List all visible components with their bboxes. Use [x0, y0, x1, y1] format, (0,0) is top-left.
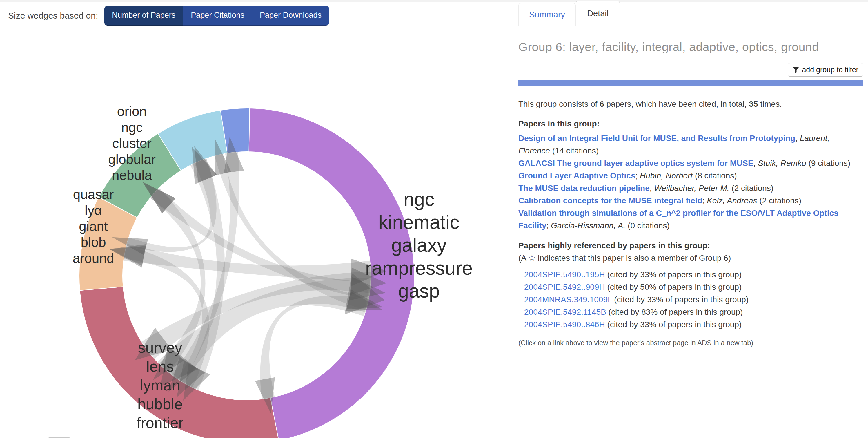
- summary-mid: papers, which have been cited, in total,: [604, 99, 749, 109]
- ads-link-hint: (Click on a link above to view the paper…: [518, 339, 863, 347]
- referenced-entry: 2004SPIE.5492.1145B (cited by 83% of pap…: [524, 306, 863, 318]
- add-group-to-filter-label: add group to filter: [802, 65, 859, 74]
- paper-link[interactable]: Ground Layer Adaptive Optics: [518, 171, 635, 180]
- wedge-label-lyman: lyman: [140, 377, 180, 393]
- paper-entry: Design of an Integral Field Unit for MUS…: [518, 132, 863, 157]
- wedge-label-hubble: hubble: [137, 396, 183, 412]
- wedge-label-orion: orion: [117, 104, 147, 119]
- bibcode-link[interactable]: 2004SPIE.5490..846H: [524, 320, 605, 329]
- highly-referenced-heading: Papers highly referenced by papers in th…: [518, 241, 863, 250]
- cited-by-note: (cited by 33% of papers in this group): [605, 320, 742, 329]
- filter-funnel-icon: [793, 67, 799, 73]
- cited-by-note: (cited by 50% of papers in this group): [605, 283, 742, 292]
- wedge-label-survey: survey: [138, 339, 182, 356]
- cited-by-note: (cited by 33% of papers in this group): [612, 295, 749, 304]
- wedge-label-blob: blob: [81, 235, 106, 250]
- referenced-papers-list: 2004SPIE.5490..195H (cited by 33% of pap…: [518, 268, 863, 331]
- wedge-label-galaxy: galaxy: [392, 234, 447, 256]
- wedge-label-globular: globular: [108, 152, 156, 167]
- wedge-label-around: around: [72, 251, 114, 266]
- filter-row: add group to filter: [518, 63, 863, 77]
- papers-in-group-heading: Papers in this group:: [518, 119, 863, 128]
- wedge-label-giant: giant: [79, 219, 108, 234]
- paper-group-chord-chart: ngckinematicgalaxyrampressuregaspsurveyl…: [0, 2, 510, 438]
- add-group-to-filter-button[interactable]: add group to filter: [788, 63, 863, 77]
- detail-tabs: Summary Detail: [518, 2, 863, 26]
- citation-total: 35: [749, 99, 758, 109]
- size-wedges-button-number-of-papers[interactable]: Number of Papers: [104, 6, 183, 26]
- referenced-entry: 2004SPIE.5490..195H (cited by 33% of pap…: [524, 268, 863, 281]
- paper-entry: The MUSE data reduction pipeline; Weilba…: [518, 182, 863, 194]
- cited-by-note: (cited by 33% of papers in this group): [605, 270, 742, 279]
- paper-link[interactable]: GALACSI The ground layer adaptive optics…: [518, 159, 753, 168]
- wedge-label-nebula: nebula: [112, 168, 152, 183]
- size-wedges-controls: Size wedges based on: Number of PapersPa…: [8, 6, 329, 26]
- paper-entry: Calibration concepts for the MUSE integr…: [518, 194, 863, 207]
- paper-entry: GALACSI The ground layer adaptive optics…: [518, 157, 863, 169]
- paper-link[interactable]: Design of an Integral Field Unit for MUS…: [518, 134, 795, 143]
- size-wedges-label: Size wedges based on:: [8, 11, 98, 21]
- tab-summary[interactable]: Summary: [518, 3, 576, 26]
- size-wedges-button-group: Number of PapersPaper CitationsPaper Dow…: [104, 6, 329, 26]
- paper-citation-count: (14 citations): [550, 146, 599, 155]
- paper-entry: Ground Layer Adaptive Optics; Hubin, Nor…: [518, 169, 863, 182]
- wedge-label-rampressure: rampressure: [365, 257, 472, 279]
- group-summary-sentence: This group consists of 6 papers, which h…: [518, 98, 863, 110]
- wedge-label-lens: lens: [146, 358, 174, 375]
- bibcode-link[interactable]: 2004SPIE.5490..195H: [524, 270, 605, 279]
- paper-count: 6: [599, 99, 604, 109]
- wedge-label-cluster: cluster: [112, 136, 151, 151]
- paper-author: Weilbacher, Peter M.: [654, 184, 729, 193]
- summary-prefix: This group consists of: [518, 99, 599, 109]
- bibcode-link[interactable]: 2004SPIE.5492..909H: [524, 283, 605, 292]
- paper-citation-count: (9 citations): [806, 159, 850, 168]
- cited-by-note: (cited by 83% of papers in this group): [606, 308, 743, 317]
- wedge-label-quasar: quasar: [73, 187, 114, 202]
- paper-author: Hubin, Norbert: [640, 171, 692, 180]
- chord-diagram-pane: ngckinematicgalaxyrampressuregaspsurveyl…: [0, 2, 510, 438]
- paper-author: Garcia-Rissmann, A.: [551, 221, 625, 230]
- paper-citation-count: (2 citations): [757, 196, 802, 205]
- paper-author: Kelz, Andreas: [707, 196, 757, 205]
- referenced-entry: 2004SPIE.5492..909H (cited by 50% of pap…: [524, 281, 863, 293]
- referenced-entry: 2004SPIE.5490..846H (cited by 33% of pap…: [524, 318, 863, 331]
- paper-entry: Validation through simulations of a C_n^…: [518, 207, 863, 232]
- size-wedges-button-paper-downloads[interactable]: Paper Downloads: [252, 6, 329, 26]
- paper-citation-count: (2 citations): [730, 184, 774, 193]
- paper-author: Stuik, Remko: [758, 159, 806, 168]
- paper-citation-count: (0 citations): [625, 221, 670, 230]
- bibcode-link[interactable]: 2004MNRAS.349.1009L: [524, 295, 612, 304]
- wedge-label-ngc: ngc: [121, 120, 143, 135]
- wedge-label-ngc: ngc: [404, 188, 434, 210]
- size-wedges-button-paper-citations[interactable]: Paper Citations: [183, 6, 252, 26]
- paper-link[interactable]: The MUSE data reduction pipeline: [518, 184, 650, 193]
- group-color-bar: [518, 80, 863, 86]
- wedge-label-ly: lyα: [85, 203, 102, 218]
- wedge-label-frontier: frontier: [136, 414, 184, 431]
- group-detail-pane: Summary Detail Group 6: layer, facility,…: [518, 2, 863, 347]
- top-strip: [0, 0, 868, 2]
- wedge-label-kinematic: kinematic: [379, 211, 460, 233]
- summary-suffix: times.: [758, 99, 782, 109]
- bibcode-link[interactable]: 2004SPIE.5492.1145B: [524, 308, 606, 317]
- referenced-entry: 2004MNRAS.349.1009L (cited by 33% of pap…: [524, 293, 863, 306]
- paper-citation-count: (8 citations): [692, 171, 737, 180]
- tab-detail[interactable]: Detail: [576, 1, 620, 26]
- papers-in-group-list: Design of an Integral Field Unit for MUS…: [518, 132, 863, 232]
- wedge-label-gasp: gasp: [398, 280, 439, 302]
- star-legend-note: (A ☆ indicates that this paper is also a…: [518, 252, 863, 264]
- group-title: Group 6: layer, facility, integral, adap…: [518, 39, 855, 55]
- paper-link[interactable]: Calibration concepts for the MUSE integr…: [518, 196, 703, 205]
